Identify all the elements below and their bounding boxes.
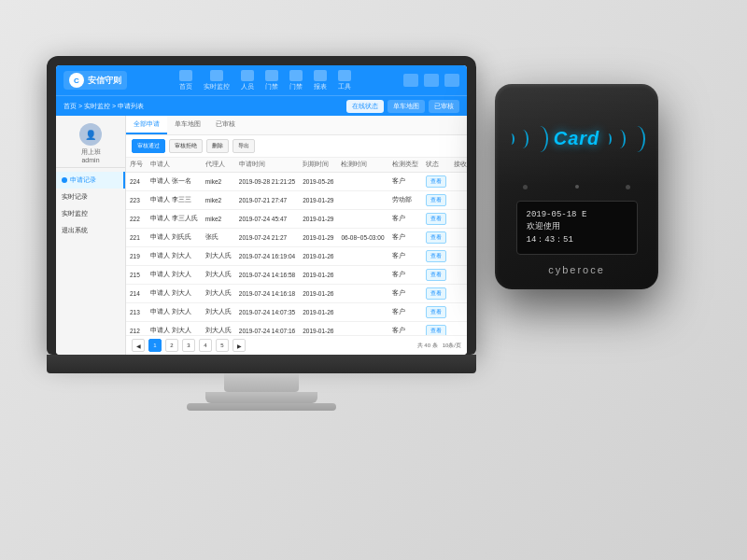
sidebar-user: 👤 用上班 admin — [56, 119, 125, 168]
cell-receiver — [450, 303, 467, 322]
page-1[interactable]: 1 — [148, 339, 162, 352]
col-type: 检测类型 — [388, 158, 422, 173]
message-icon[interactable] — [403, 74, 418, 87]
tab-audited[interactable]: 已审核 — [208, 116, 243, 134]
col-expire: 到期时间 — [299, 158, 337, 173]
tab-approved[interactable]: 已审核 — [429, 100, 459, 113]
sidebar-item-realtime[interactable]: 实时记录 — [56, 189, 125, 205]
table-row: 221申请人 刘氏氏张氏2019-07-24 21:272019-01-2906… — [126, 229, 467, 247]
nav-item-home[interactable]: 首页 — [179, 70, 192, 91]
col-agent: 代理人 — [202, 158, 235, 173]
monitor: C 安信守则 首页 实时监控 人员 — [47, 56, 476, 411]
led-left — [523, 185, 528, 189]
col-receiver: 接收方式 — [450, 158, 467, 173]
display-line-1: 2019-05-18 E — [527, 209, 627, 222]
reject-button[interactable]: 审核拒绝 — [169, 139, 203, 153]
cell-applicant: 申请人 刘大人 — [147, 303, 202, 322]
cell-agent: mike2 — [202, 173, 235, 191]
status-badge: 查看 — [426, 175, 446, 188]
tab-all-apply[interactable]: 全部申请 — [126, 116, 167, 134]
sidebar-item-monitor[interactable]: 实时监控 — [56, 205, 125, 222]
tab-map[interactable]: 单车地图 — [388, 100, 425, 113]
cell-id: 214 — [126, 285, 147, 303]
nav-item-people[interactable]: 人员 — [241, 70, 254, 91]
table-toolbar: 审核通过 审核拒绝 删除 导出 — [126, 135, 467, 158]
rfid-wave-left-3 — [531, 126, 548, 152]
nav-item-realtime[interactable]: 实时监控 — [204, 70, 230, 91]
logo-text: 安信守则 — [88, 75, 121, 87]
delete-button[interactable]: 删除 — [206, 139, 229, 153]
page-prev[interactable]: ◀ — [132, 339, 145, 352]
monitor-stand-top — [224, 373, 299, 392]
breadcrumb: 首页 > 实时监控 > 申请列表 — [63, 102, 144, 111]
cell-applicant: 申请人 李三三 — [147, 191, 202, 210]
cell-applicant: 申请人 张一名 — [147, 173, 202, 191]
cell-apply-time: 2019-07-24 16:19:04 — [235, 247, 299, 266]
col-apply-time: 申请时间 — [235, 158, 299, 173]
cell-receiver — [450, 173, 467, 191]
cell-apply-time: 2019-07-24 14:16:58 — [235, 266, 299, 285]
cell-agent: 刘大人氏 — [202, 303, 235, 322]
tab-all[interactable]: 在线状态 — [346, 100, 384, 113]
cell-status: 查看 — [422, 303, 450, 322]
col-status: 状态 — [422, 158, 450, 173]
device-brand: cyberoce — [548, 264, 605, 275]
nav-item-access1[interactable]: 门禁 — [265, 70, 278, 91]
cell-id: 222 — [126, 210, 147, 229]
cell-apply-time: 2019-07-24 14:07:35 — [235, 303, 299, 322]
table-area: 序号 申请人 代理人 申请时间 到期时间 检测时间 检测类型 状态 接收方式 — [126, 158, 467, 335]
cell-check-time — [337, 191, 388, 210]
page-3[interactable]: 3 — [182, 339, 195, 352]
cell-type: 劳动部 — [388, 191, 422, 210]
table-row: 215申请人 刘大人刘大人氏2019-07-24 14:16:582019-01… — [126, 266, 467, 285]
monitor-chin — [47, 355, 476, 373]
cell-type: 客户 — [388, 266, 422, 285]
sidebar-item-logout[interactable]: 退出系统 — [56, 222, 125, 239]
monitor-stand-bottom — [205, 392, 317, 403]
card-reader-device: Card 2019-05-18 E 欢迎使用 14：43：51 cyberoce — [495, 84, 658, 289]
cell-status: 查看 — [422, 173, 450, 191]
cell-expire: 2019-01-29 — [299, 210, 337, 229]
cell-type: 客户 — [388, 173, 422, 191]
cell-type: 客户 — [388, 210, 422, 229]
cell-status: 查看 — [422, 229, 450, 247]
table-row: 222申请人 李三人氏mike22019-07-24 45:472019-01-… — [126, 210, 467, 229]
cell-agent: 刘大人氏 — [202, 266, 235, 285]
nav-item-access2[interactable]: 门禁 — [289, 70, 303, 91]
cell-status: 查看 — [422, 247, 450, 266]
logout-icon[interactable] — [444, 74, 459, 87]
tab-bike-map[interactable]: 单车地图 — [167, 116, 208, 134]
cell-applicant: 申请人 刘大人 — [147, 266, 202, 285]
cell-check-time — [337, 210, 388, 229]
cell-status: 查看 — [422, 191, 450, 210]
page-next[interactable]: ▶ — [233, 339, 246, 352]
cell-check-time — [337, 285, 388, 303]
page-2[interactable]: 2 — [165, 339, 178, 352]
top-right-icons — [403, 74, 459, 87]
rfid-waves-left — [508, 126, 548, 152]
cell-apply-time: 2019-07-21 27:47 — [235, 191, 299, 210]
cell-type: 客户 — [388, 285, 422, 303]
cell-apply-time: 2019-07-24 45:47 — [235, 210, 299, 229]
nav-item-report[interactable]: 报表 — [314, 70, 327, 91]
display-line-2: 欢迎使用 — [527, 221, 627, 234]
cell-receiver — [450, 266, 467, 285]
nav-item-tools[interactable]: 工具 — [338, 70, 351, 91]
sidebar-item-apply[interactable]: 申请记录 — [56, 172, 125, 189]
cell-check-time — [337, 322, 388, 336]
cell-check-time — [337, 247, 388, 266]
cell-check-time — [337, 303, 388, 322]
settings-icon[interactable] — [424, 74, 439, 87]
cell-check-time — [337, 173, 388, 191]
page-4[interactable]: 4 — [199, 339, 212, 352]
status-badge: 查看 — [426, 306, 446, 318]
cell-type: 客户 — [388, 229, 422, 247]
col-applicant: 申请人 — [147, 158, 202, 173]
cell-apply-time: 2019-07-24 21:27 — [235, 229, 299, 247]
page-5[interactable]: 5 — [216, 339, 229, 352]
user-name: 用上班 — [81, 147, 101, 157]
cell-id: 221 — [126, 229, 147, 247]
export-button[interactable]: 导出 — [233, 139, 255, 153]
led-center — [575, 185, 579, 189]
approve-button[interactable]: 审核通过 — [132, 139, 165, 153]
